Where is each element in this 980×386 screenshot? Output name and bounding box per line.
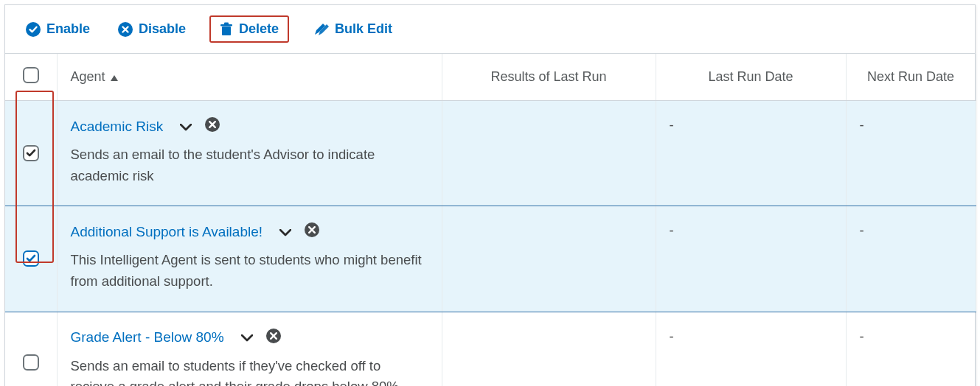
chevron-down-icon[interactable]: [279, 224, 291, 240]
last-run-cell: -: [656, 101, 846, 206]
agents-table: Agent Results of Last Run Last Run Date …: [5, 54, 976, 386]
last-run-cell: -: [656, 206, 846, 312]
x-circle-icon: [118, 22, 133, 37]
last-run-cell: -: [656, 312, 846, 386]
results-cell: [442, 206, 656, 312]
disable-button[interactable]: Disable: [114, 18, 190, 40]
toolbar: Enable Disable Delete Bulk Edit: [5, 5, 975, 54]
disabled-status-icon: [305, 222, 319, 241]
table-row: Grade Alert - Below 80% Sends an email t…: [5, 312, 976, 386]
next-run-cell: -: [846, 101, 976, 206]
disable-label: Disable: [139, 21, 186, 37]
delete-button[interactable]: Delete: [209, 15, 289, 43]
bulk-edit-button[interactable]: Bulk Edit: [308, 18, 397, 40]
row-checkbox[interactable]: [23, 145, 39, 161]
agent-description: This Intelligent Agent is sent to studen…: [71, 250, 428, 292]
table-row: Additional Support is Available! This In…: [5, 206, 976, 312]
select-all-header: [5, 54, 57, 101]
results-cell: [442, 101, 656, 206]
bulkedit-label: Bulk Edit: [335, 21, 392, 37]
trash-icon: [220, 22, 233, 37]
enable-button[interactable]: Enable: [21, 18, 94, 40]
sort-asc-icon: [111, 69, 118, 84]
table-header-row: Agent Results of Last Run Last Run Date …: [5, 54, 976, 101]
next-run-cell: -: [846, 312, 976, 386]
check-circle-icon: [26, 22, 41, 37]
enable-label: Enable: [46, 21, 90, 37]
results-cell: [442, 312, 656, 386]
intelligent-agents-panel: Enable Disable Delete Bulk Edit: [4, 4, 976, 386]
svg-rect-2: [222, 27, 231, 35]
table-row: Academic Risk Sends an email to the stud…: [5, 101, 976, 206]
agent-header[interactable]: Agent: [57, 54, 442, 101]
select-all-checkbox[interactable]: [23, 67, 39, 83]
delete-label: Delete: [239, 21, 279, 37]
next-run-cell: -: [846, 206, 976, 312]
agent-name-link[interactable]: Grade Alert - Below 80%: [71, 329, 224, 345]
agent-description: Sends an email to the student's Advisor …: [71, 144, 428, 186]
results-header[interactable]: Results of Last Run: [442, 54, 656, 101]
agent-name-link[interactable]: Additional Support is Available!: [71, 224, 263, 240]
next-run-header[interactable]: Next Run Date: [846, 54, 976, 101]
row-checkbox[interactable]: [23, 250, 39, 267]
chevron-down-icon[interactable]: [241, 329, 253, 345]
chevron-down-icon[interactable]: [180, 119, 192, 135]
agent-header-label: Agent: [71, 69, 105, 84]
last-run-header[interactable]: Last Run Date: [656, 54, 846, 101]
pencils-icon: [313, 22, 329, 37]
row-checkbox[interactable]: [23, 354, 39, 371]
agent-description: Sends an email to students if they've ch…: [71, 356, 428, 386]
disabled-status-icon: [205, 117, 220, 136]
disabled-status-icon: [266, 329, 281, 347]
agent-name-link[interactable]: Academic Risk: [71, 119, 164, 135]
svg-rect-4: [224, 22, 229, 24]
